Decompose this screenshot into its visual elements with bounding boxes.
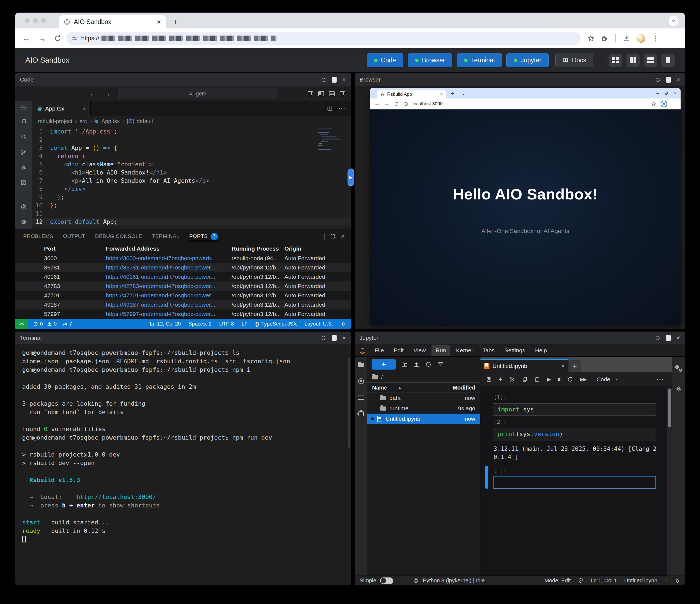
refresh-files-icon[interactable] (425, 361, 432, 368)
downloads-icon[interactable] (623, 35, 630, 42)
run-cell-icon[interactable]: ▶ (547, 376, 551, 382)
cursor-position[interactable]: Ln 1, Col 1 (591, 577, 617, 584)
trust-shield-icon[interactable] (578, 578, 583, 583)
close-panel-icon[interactable]: × (342, 76, 346, 83)
docs-button[interactable]: Docs (555, 53, 593, 67)
forwarded-address-link[interactable]: https://40161-ondemand-t7osqboc-power... (106, 273, 232, 280)
info-icon[interactable] (403, 101, 408, 106)
port-row-36781[interactable]: 36781https://36781-ondemand-t7osqboc-pow… (15, 263, 351, 272)
refresh-panel-icon[interactable] (321, 77, 326, 82)
restart-run-all-icon[interactable]: ▶▶ (580, 376, 585, 382)
add-cell-icon[interactable]: + (498, 375, 503, 384)
bookmark-star-icon[interactable] (587, 35, 595, 42)
more-actions-icon[interactable]: ⋯ (656, 375, 667, 384)
layout-grid-button[interactable] (609, 54, 622, 67)
reload-button[interactable] (54, 34, 61, 42)
refresh-panel-icon[interactable] (655, 77, 660, 82)
traffic-light-minimize[interactable] (33, 18, 38, 23)
reload-button[interactable] (394, 101, 399, 106)
embedded-tab-rsbuild-app[interactable]: Rsbuild App × (377, 90, 446, 98)
cell-input[interactable]: print(sys.version) (493, 428, 656, 440)
search-sidebar-icon[interactable] (20, 134, 27, 140)
maximize-bottom-panel-icon[interactable] (330, 234, 335, 239)
extensions-icon[interactable] (601, 35, 608, 42)
paste-cell-icon[interactable] (534, 377, 540, 382)
upload-icon[interactable] (413, 361, 420, 368)
running-kernels-tab-icon[interactable] (358, 378, 364, 384)
close-tab-icon[interactable]: × (157, 18, 161, 25)
forward-button[interactable]: → (384, 101, 390, 107)
close-icon[interactable]: × (674, 91, 677, 96)
path-breadcrumb[interactable]: / (367, 372, 480, 382)
address-bar[interactable]: https:// (67, 32, 580, 45)
menu-tabs[interactable]: Tabs (478, 345, 498, 356)
panel-splitter-handle[interactable]: ▶ (348, 169, 354, 186)
forwarded-address-link[interactable]: https://49187-ondemand-t7osqboc-power... (106, 301, 232, 308)
new-folder-icon[interactable] (401, 361, 408, 368)
restore-icon[interactable] (665, 91, 669, 95)
port-row-49187[interactable]: 49187https://49187-ondemand-t7osqboc-pow… (15, 300, 351, 309)
refresh-panel-icon[interactable] (321, 335, 326, 341)
port-row-42783[interactable]: 42783https://42783-ondemand-t7osqboc-pow… (15, 282, 351, 291)
traffic-light-close[interactable] (25, 18, 29, 23)
layout-columns-button[interactable] (626, 54, 640, 67)
bell-icon[interactable] (675, 578, 680, 583)
menu-kernel[interactable]: Kernel (452, 345, 477, 356)
file-row-runtime[interactable]: runtime9s ago (367, 403, 480, 414)
terminal-output[interactable]: gem@ondemand-t7osqboc-powerbmiuo-fspfs:~… (15, 344, 351, 585)
traffic-light-zoom[interactable] (41, 18, 46, 23)
kernel-chip-icon[interactable] (413, 578, 419, 583)
copy-cell-icon[interactable] (522, 377, 528, 382)
eol[interactable]: LF (242, 321, 247, 327)
notebook-mode[interactable]: Mode: Edit (544, 577, 571, 584)
maximize-panel-icon[interactable] (666, 335, 671, 341)
run-debug-icon[interactable] (20, 164, 27, 170)
file-row-Untitled.ipynb[interactable]: Untitled.ipynbnow (367, 414, 480, 424)
cut-cell-icon[interactable] (509, 377, 515, 382)
forwarded-address-link[interactable]: https://47701-ondemand-t7osqboc-power... (106, 292, 232, 299)
panel-tab-problems[interactable]: PROBLEMS (23, 229, 53, 243)
menu-hamburger-icon[interactable] (21, 105, 27, 110)
editor-forward-icon[interactable]: → (104, 90, 111, 98)
menu-file[interactable]: File (371, 345, 388, 356)
forwarded-address-link[interactable]: https://36781-ondemand-t7osqboc-power... (106, 264, 232, 271)
close-panel-icon[interactable]: × (342, 335, 346, 341)
file-browser-tab-icon[interactable] (358, 363, 364, 367)
cell-type-dropdown[interactable]: Code (597, 376, 619, 383)
back-button[interactable]: ← (22, 34, 30, 43)
notebook-document[interactable]: [1]:import sys[2]:print(sys.version)3.12… (480, 387, 672, 576)
filter-icon[interactable] (437, 361, 444, 368)
explorer-icon[interactable] (20, 118, 27, 125)
split-editor-icon[interactable] (327, 105, 333, 112)
command-search-input[interactable]: gem (118, 88, 276, 99)
port-row-40161[interactable]: 40161https://40161-ondemand-t7osqboc-pow… (15, 272, 351, 282)
notebook-scrollbar[interactable] (668, 389, 671, 427)
forward-button[interactable]: → (38, 34, 46, 43)
browser-tab-aio-sandbox[interactable]: AIO Sandbox × (59, 15, 166, 28)
close-panel-icon[interactable]: × (676, 335, 680, 341)
menu-view[interactable]: View (409, 345, 430, 356)
cell-input[interactable]: import sys (493, 403, 656, 416)
debugger-icon[interactable] (675, 385, 682, 391)
panel-tab-debug-console[interactable]: DEBUG CONSOLE (95, 229, 142, 243)
close-tab-icon[interactable]: × (440, 92, 443, 97)
account-icon[interactable] (20, 204, 27, 210)
header-button-jupyter[interactable]: Jupyter (506, 53, 549, 67)
cell-input[interactable] (493, 476, 656, 489)
table-of-contents-tab-icon[interactable] (358, 395, 364, 400)
forwarded-address-link[interactable]: https://42783-ondemand-t7osqboc-power... (106, 283, 232, 289)
extensions-sidebar-icon[interactable] (20, 179, 27, 186)
source-control-icon[interactable] (20, 149, 27, 155)
forwarded-address-link[interactable]: https://57997-ondemand-t7osqboc-power... (106, 311, 232, 317)
port-row-57997[interactable]: 57997https://57997-ondemand-t7osqboc-pow… (15, 309, 351, 319)
kernel-status[interactable]: Python 3 (ipykernel) | Idle (423, 577, 484, 584)
toggle-panel-left-icon[interactable] (318, 91, 324, 96)
editor-more-actions-icon[interactable]: ⋯ (338, 104, 346, 113)
stop-kernel-icon[interactable]: ■ (557, 377, 560, 382)
maximize-panel-icon[interactable] (332, 335, 336, 341)
editor-back-icon[interactable]: ← (90, 90, 97, 98)
new-tab-button[interactable]: + (450, 90, 454, 97)
bell-icon[interactable] (341, 321, 346, 327)
port-row-3000[interactable]: 3000https://3000-ondemand-t7osqboc-power… (15, 253, 351, 263)
maximize-panel-icon[interactable] (332, 77, 336, 82)
